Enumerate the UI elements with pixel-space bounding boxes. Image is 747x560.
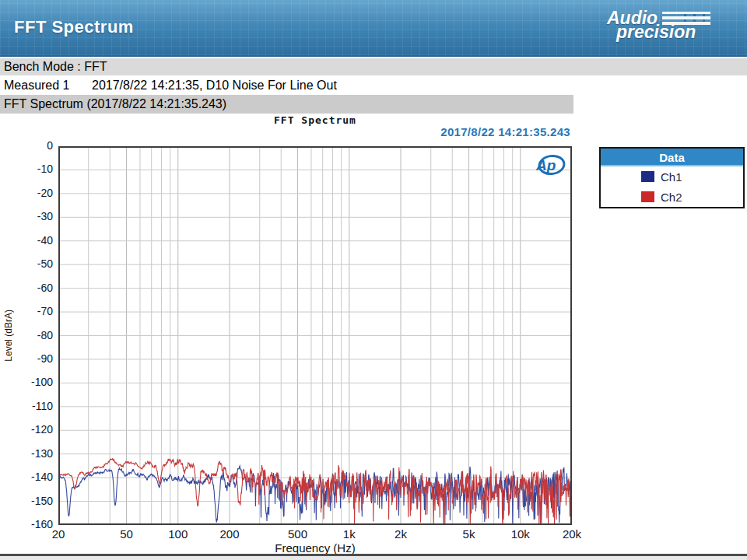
bottom-strip bbox=[0, 556, 747, 560]
measured-label: Measured 1 bbox=[4, 76, 70, 94]
x-tick-label: 200 bbox=[219, 527, 239, 541]
x-tick-label: 100 bbox=[168, 527, 188, 541]
y-tick-label: -140 bbox=[0, 471, 53, 483]
page-title: FFT Spectrum bbox=[14, 17, 134, 37]
x-tick-label: 500 bbox=[288, 527, 307, 541]
y-tick-label: 0 bbox=[0, 139, 53, 152]
y-tick-label: -130 bbox=[0, 447, 53, 460]
top-banner: FFT Spectrum Audio precision bbox=[0, 0, 747, 57]
fft-plot-area bbox=[58, 146, 572, 525]
measured-value: 2017/8/22 14:21:35, D10 Noise For Line O… bbox=[92, 76, 337, 94]
x-tick-label: 5k bbox=[463, 527, 475, 541]
y-tick-label: -160 bbox=[0, 518, 53, 530]
y-tick-label: -100 bbox=[0, 376, 53, 388]
chart-timestamp: 2017/8/22 14:21:35.243 bbox=[58, 125, 570, 138]
ap-badge-icon: Ap bbox=[531, 152, 568, 177]
ch1-label: Ch1 bbox=[661, 170, 682, 184]
measured-row: Measured 1 2017/8/22 14:21:35, D10 Noise… bbox=[0, 76, 747, 94]
y-tick-label: -10 bbox=[0, 163, 53, 175]
y-tick-label: -80 bbox=[0, 329, 53, 341]
section-header-bar: FFT Spectrum (2017/8/22 14:21:35.243) bbox=[0, 95, 573, 114]
chart-title: FFT Spectrum bbox=[58, 114, 572, 126]
y-tick-label: -120 bbox=[0, 423, 53, 436]
x-tick-label: 20k bbox=[563, 527, 581, 541]
x-tick-label: 20 bbox=[52, 527, 65, 541]
x-tick-label: 10k bbox=[511, 527, 530, 541]
y-tick-label: -20 bbox=[0, 187, 53, 199]
ch2-label: Ch2 bbox=[661, 191, 682, 204]
audio-precision-logo: Audio precision bbox=[607, 9, 735, 41]
x-tick-label: 2k bbox=[395, 527, 407, 541]
legend-title: Data bbox=[601, 149, 743, 166]
x-axis-title: Frequency (Hz) bbox=[58, 541, 572, 555]
y-tick-label: -110 bbox=[0, 400, 53, 412]
report-page: FFT Spectrum Audio precision Bench Mode … bbox=[0, 0, 747, 560]
y-tick-label: -60 bbox=[0, 282, 53, 294]
y-tick-label: -50 bbox=[0, 257, 53, 270]
y-tick-label: -150 bbox=[0, 495, 53, 507]
ch1-color-swatch bbox=[641, 171, 654, 182]
legend-box: Data Ch1 Ch2 bbox=[599, 147, 745, 208]
x-tick-label: 50 bbox=[120, 527, 133, 541]
y-tick-label: -70 bbox=[0, 305, 53, 317]
y-tick-label: -40 bbox=[0, 234, 53, 247]
x-tick-label: 1k bbox=[343, 527, 356, 541]
legend-item-ch1: Ch1 bbox=[601, 166, 743, 187]
legend-item-ch2: Ch2 bbox=[601, 187, 743, 207]
ch2-color-swatch bbox=[641, 191, 654, 202]
y-tick-label: -30 bbox=[0, 210, 53, 222]
y-tick-label: -90 bbox=[0, 352, 53, 365]
svg-text:Ap: Ap bbox=[535, 157, 556, 173]
logo-word-precision: precision bbox=[616, 23, 735, 41]
bench-mode-bar: Bench Mode : FFT bbox=[0, 58, 747, 75]
